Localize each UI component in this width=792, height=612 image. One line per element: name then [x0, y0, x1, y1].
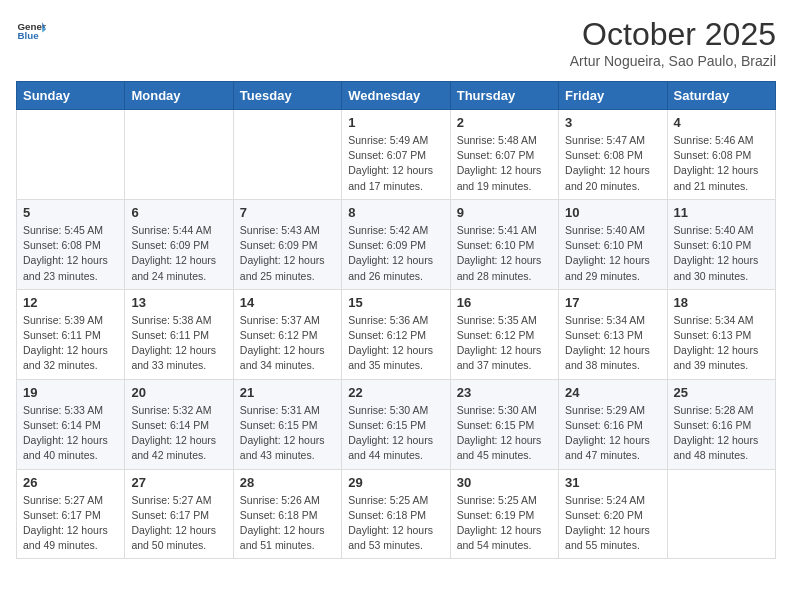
day-number: 27 — [131, 475, 226, 490]
day-number: 22 — [348, 385, 443, 400]
day-number: 14 — [240, 295, 335, 310]
calendar-cell: 10Sunrise: 5:40 AM Sunset: 6:10 PM Dayli… — [559, 199, 667, 289]
day-info: Sunrise: 5:25 AM Sunset: 6:19 PM Dayligh… — [457, 493, 552, 554]
calendar-cell: 1Sunrise: 5:49 AM Sunset: 6:07 PM Daylig… — [342, 110, 450, 200]
calendar-cell: 18Sunrise: 5:34 AM Sunset: 6:13 PM Dayli… — [667, 289, 775, 379]
week-row-5: 26Sunrise: 5:27 AM Sunset: 6:17 PM Dayli… — [17, 469, 776, 559]
calendar-cell: 29Sunrise: 5:25 AM Sunset: 6:18 PM Dayli… — [342, 469, 450, 559]
day-number: 24 — [565, 385, 660, 400]
calendar-cell: 24Sunrise: 5:29 AM Sunset: 6:16 PM Dayli… — [559, 379, 667, 469]
calendar-cell: 30Sunrise: 5:25 AM Sunset: 6:19 PM Dayli… — [450, 469, 558, 559]
day-number: 30 — [457, 475, 552, 490]
day-info: Sunrise: 5:43 AM Sunset: 6:09 PM Dayligh… — [240, 223, 335, 284]
day-number: 31 — [565, 475, 660, 490]
logo: General Blue — [16, 16, 46, 46]
day-number: 16 — [457, 295, 552, 310]
weekday-header-saturday: Saturday — [667, 82, 775, 110]
day-number: 1 — [348, 115, 443, 130]
calendar-cell: 17Sunrise: 5:34 AM Sunset: 6:13 PM Dayli… — [559, 289, 667, 379]
calendar-cell: 6Sunrise: 5:44 AM Sunset: 6:09 PM Daylig… — [125, 199, 233, 289]
day-info: Sunrise: 5:30 AM Sunset: 6:15 PM Dayligh… — [348, 403, 443, 464]
calendar-cell: 5Sunrise: 5:45 AM Sunset: 6:08 PM Daylig… — [17, 199, 125, 289]
day-number: 6 — [131, 205, 226, 220]
day-number: 4 — [674, 115, 769, 130]
calendar-table: SundayMondayTuesdayWednesdayThursdayFrid… — [16, 81, 776, 559]
day-number: 3 — [565, 115, 660, 130]
calendar-cell: 23Sunrise: 5:30 AM Sunset: 6:15 PM Dayli… — [450, 379, 558, 469]
calendar-cell: 25Sunrise: 5:28 AM Sunset: 6:16 PM Dayli… — [667, 379, 775, 469]
day-number: 29 — [348, 475, 443, 490]
calendar-subtitle: Artur Nogueira, Sao Paulo, Brazil — [570, 53, 776, 69]
calendar-cell — [125, 110, 233, 200]
calendar-cell: 20Sunrise: 5:32 AM Sunset: 6:14 PM Dayli… — [125, 379, 233, 469]
calendar-cell: 21Sunrise: 5:31 AM Sunset: 6:15 PM Dayli… — [233, 379, 341, 469]
day-info: Sunrise: 5:32 AM Sunset: 6:14 PM Dayligh… — [131, 403, 226, 464]
weekday-header-row: SundayMondayTuesdayWednesdayThursdayFrid… — [17, 82, 776, 110]
day-number: 7 — [240, 205, 335, 220]
calendar-cell: 9Sunrise: 5:41 AM Sunset: 6:10 PM Daylig… — [450, 199, 558, 289]
day-info: Sunrise: 5:49 AM Sunset: 6:07 PM Dayligh… — [348, 133, 443, 194]
calendar-cell: 28Sunrise: 5:26 AM Sunset: 6:18 PM Dayli… — [233, 469, 341, 559]
day-number: 19 — [23, 385, 118, 400]
day-info: Sunrise: 5:45 AM Sunset: 6:08 PM Dayligh… — [23, 223, 118, 284]
day-number: 9 — [457, 205, 552, 220]
day-info: Sunrise: 5:34 AM Sunset: 6:13 PM Dayligh… — [674, 313, 769, 374]
svg-text:Blue: Blue — [18, 30, 40, 41]
day-number: 8 — [348, 205, 443, 220]
calendar-cell: 2Sunrise: 5:48 AM Sunset: 6:07 PM Daylig… — [450, 110, 558, 200]
calendar-cell — [17, 110, 125, 200]
calendar-cell: 31Sunrise: 5:24 AM Sunset: 6:20 PM Dayli… — [559, 469, 667, 559]
day-number: 12 — [23, 295, 118, 310]
week-row-3: 12Sunrise: 5:39 AM Sunset: 6:11 PM Dayli… — [17, 289, 776, 379]
calendar-cell: 14Sunrise: 5:37 AM Sunset: 6:12 PM Dayli… — [233, 289, 341, 379]
logo-icon: General Blue — [16, 16, 46, 46]
calendar-cell: 27Sunrise: 5:27 AM Sunset: 6:17 PM Dayli… — [125, 469, 233, 559]
day-number: 21 — [240, 385, 335, 400]
week-row-1: 1Sunrise: 5:49 AM Sunset: 6:07 PM Daylig… — [17, 110, 776, 200]
weekday-header-tuesday: Tuesday — [233, 82, 341, 110]
calendar-cell: 3Sunrise: 5:47 AM Sunset: 6:08 PM Daylig… — [559, 110, 667, 200]
calendar-cell: 16Sunrise: 5:35 AM Sunset: 6:12 PM Dayli… — [450, 289, 558, 379]
day-info: Sunrise: 5:31 AM Sunset: 6:15 PM Dayligh… — [240, 403, 335, 464]
weekday-header-thursday: Thursday — [450, 82, 558, 110]
day-number: 11 — [674, 205, 769, 220]
week-row-2: 5Sunrise: 5:45 AM Sunset: 6:08 PM Daylig… — [17, 199, 776, 289]
day-info: Sunrise: 5:37 AM Sunset: 6:12 PM Dayligh… — [240, 313, 335, 374]
week-row-4: 19Sunrise: 5:33 AM Sunset: 6:14 PM Dayli… — [17, 379, 776, 469]
title-section: October 2025 Artur Nogueira, Sao Paulo, … — [570, 16, 776, 69]
day-info: Sunrise: 5:44 AM Sunset: 6:09 PM Dayligh… — [131, 223, 226, 284]
day-info: Sunrise: 5:24 AM Sunset: 6:20 PM Dayligh… — [565, 493, 660, 554]
day-info: Sunrise: 5:47 AM Sunset: 6:08 PM Dayligh… — [565, 133, 660, 194]
calendar-cell: 19Sunrise: 5:33 AM Sunset: 6:14 PM Dayli… — [17, 379, 125, 469]
day-number: 20 — [131, 385, 226, 400]
day-info: Sunrise: 5:29 AM Sunset: 6:16 PM Dayligh… — [565, 403, 660, 464]
day-number: 2 — [457, 115, 552, 130]
header: General Blue October 2025 Artur Nogueira… — [16, 16, 776, 69]
calendar-cell: 7Sunrise: 5:43 AM Sunset: 6:09 PM Daylig… — [233, 199, 341, 289]
calendar-cell: 22Sunrise: 5:30 AM Sunset: 6:15 PM Dayli… — [342, 379, 450, 469]
day-number: 10 — [565, 205, 660, 220]
day-info: Sunrise: 5:27 AM Sunset: 6:17 PM Dayligh… — [131, 493, 226, 554]
day-info: Sunrise: 5:39 AM Sunset: 6:11 PM Dayligh… — [23, 313, 118, 374]
day-number: 17 — [565, 295, 660, 310]
calendar-cell: 26Sunrise: 5:27 AM Sunset: 6:17 PM Dayli… — [17, 469, 125, 559]
day-number: 28 — [240, 475, 335, 490]
calendar-cell: 13Sunrise: 5:38 AM Sunset: 6:11 PM Dayli… — [125, 289, 233, 379]
calendar-cell: 12Sunrise: 5:39 AM Sunset: 6:11 PM Dayli… — [17, 289, 125, 379]
day-info: Sunrise: 5:30 AM Sunset: 6:15 PM Dayligh… — [457, 403, 552, 464]
day-info: Sunrise: 5:48 AM Sunset: 6:07 PM Dayligh… — [457, 133, 552, 194]
day-info: Sunrise: 5:25 AM Sunset: 6:18 PM Dayligh… — [348, 493, 443, 554]
day-info: Sunrise: 5:34 AM Sunset: 6:13 PM Dayligh… — [565, 313, 660, 374]
day-number: 13 — [131, 295, 226, 310]
day-info: Sunrise: 5:42 AM Sunset: 6:09 PM Dayligh… — [348, 223, 443, 284]
calendar-cell: 8Sunrise: 5:42 AM Sunset: 6:09 PM Daylig… — [342, 199, 450, 289]
day-info: Sunrise: 5:40 AM Sunset: 6:10 PM Dayligh… — [565, 223, 660, 284]
day-info: Sunrise: 5:46 AM Sunset: 6:08 PM Dayligh… — [674, 133, 769, 194]
weekday-header-sunday: Sunday — [17, 82, 125, 110]
calendar-cell: 15Sunrise: 5:36 AM Sunset: 6:12 PM Dayli… — [342, 289, 450, 379]
day-info: Sunrise: 5:33 AM Sunset: 6:14 PM Dayligh… — [23, 403, 118, 464]
calendar-title: October 2025 — [570, 16, 776, 53]
day-number: 5 — [23, 205, 118, 220]
day-info: Sunrise: 5:26 AM Sunset: 6:18 PM Dayligh… — [240, 493, 335, 554]
day-info: Sunrise: 5:27 AM Sunset: 6:17 PM Dayligh… — [23, 493, 118, 554]
